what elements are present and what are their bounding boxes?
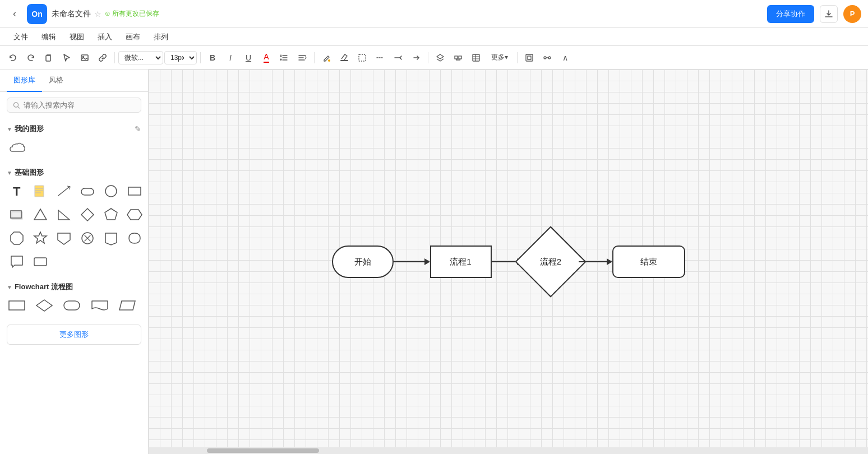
fc-rect[interactable] bbox=[7, 295, 27, 316]
stroke-color-button[interactable] bbox=[336, 49, 353, 66]
node-start[interactable]: 开始 bbox=[332, 245, 394, 278]
connection-button[interactable] bbox=[539, 49, 556, 66]
file-title: 未命名文件 bbox=[52, 9, 91, 19]
shape-cloud[interactable] bbox=[7, 137, 27, 157]
edit-my-shapes-icon[interactable]: ✎ bbox=[135, 124, 141, 133]
menu-file[interactable]: 文件 bbox=[8, 30, 34, 44]
more-button[interactable]: 更多▾ bbox=[486, 49, 514, 66]
shape-shield[interactable] bbox=[54, 228, 74, 248]
arrow-end-button[interactable] bbox=[408, 49, 424, 66]
search-input-wrap[interactable] bbox=[7, 98, 141, 113]
basic-shapes-grid: T bbox=[7, 181, 141, 272]
tab-style[interactable]: 风格 bbox=[42, 70, 70, 92]
shape-rounded-rect-small[interactable] bbox=[77, 181, 98, 201]
shape-pentagon[interactable] bbox=[101, 205, 121, 225]
node-end-shape[interactable]: 结束 bbox=[612, 245, 685, 278]
download-button[interactable] bbox=[820, 5, 838, 23]
fc-diamond[interactable] bbox=[34, 295, 54, 316]
underline-button[interactable]: U bbox=[240, 49, 257, 66]
search-input[interactable] bbox=[24, 101, 135, 109]
node-process1[interactable]: 流程1 bbox=[430, 245, 492, 278]
fill-color-button[interactable] bbox=[318, 49, 335, 66]
table-button[interactable] bbox=[468, 49, 484, 66]
tab-shapes-library[interactable]: 图形库 bbox=[7, 70, 42, 92]
fc-parallelogram[interactable] bbox=[117, 295, 137, 316]
fc-rounded[interactable] bbox=[62, 295, 82, 316]
separator bbox=[114, 52, 115, 63]
font-selector[interactable]: 微软... bbox=[118, 51, 163, 64]
canvas-area[interactable]: 开始 流程1 bbox=[149, 70, 868, 454]
svg-point-15 bbox=[105, 186, 117, 197]
scrollbar-thumb[interactable] bbox=[207, 448, 319, 453]
shape-frame-rect[interactable] bbox=[30, 252, 50, 272]
shape-speech-bubble[interactable] bbox=[7, 252, 27, 272]
collapse-button[interactable]: ∧ bbox=[557, 49, 574, 66]
shape-rect[interactable] bbox=[124, 181, 145, 201]
border-button[interactable] bbox=[354, 49, 371, 66]
flowchart-section-header[interactable]: ▼ Flowchart 流程图 bbox=[7, 276, 141, 295]
shape-text[interactable]: T bbox=[7, 181, 27, 201]
font-color-button[interactable]: A bbox=[258, 49, 275, 66]
node-process2-shape[interactable]: 流程2 bbox=[515, 226, 586, 297]
shape-triangle[interactable] bbox=[30, 205, 50, 225]
menu-view[interactable]: 视图 bbox=[64, 30, 90, 44]
node-start-shape[interactable]: 开始 bbox=[332, 245, 394, 278]
line-height-button[interactable] bbox=[276, 49, 293, 66]
node-end[interactable]: 结束 bbox=[612, 245, 685, 278]
font-size-selector[interactable]: 13px bbox=[164, 51, 197, 64]
share-button[interactable]: 分享协作 bbox=[767, 5, 814, 23]
shape-rounded-frame[interactable] bbox=[124, 228, 145, 248]
fc-doc[interactable] bbox=[90, 295, 110, 316]
image-button[interactable] bbox=[76, 49, 93, 66]
shape-octagon[interactable] bbox=[7, 228, 27, 248]
svg-marker-24 bbox=[11, 232, 23, 244]
menu-insert[interactable]: 插入 bbox=[92, 30, 118, 44]
svg-rect-30 bbox=[9, 301, 25, 310]
dash-button[interactable] bbox=[372, 49, 389, 66]
user-avatar[interactable]: P bbox=[843, 5, 861, 23]
menu-arrange[interactable]: 排列 bbox=[148, 30, 174, 44]
svg-point-3 bbox=[328, 59, 330, 62]
my-shapes-section-header[interactable]: ▼ 我的图形 ✎ bbox=[7, 118, 141, 137]
search-icon bbox=[13, 101, 20, 109]
arrow-line-3 bbox=[579, 261, 607, 262]
align-button[interactable] bbox=[294, 49, 311, 66]
shape-star[interactable] bbox=[30, 228, 50, 248]
fit-view-button[interactable] bbox=[521, 49, 538, 66]
arrow-start-button[interactable] bbox=[390, 49, 407, 66]
shape-circle[interactable] bbox=[101, 181, 121, 201]
shape-line[interactable] bbox=[54, 181, 74, 201]
layer-button[interactable] bbox=[432, 49, 449, 66]
shape-hexagon[interactable] bbox=[124, 205, 145, 225]
shape-right-triangle[interactable] bbox=[54, 205, 74, 225]
canvas-scrollbar[interactable] bbox=[149, 447, 868, 454]
menu-canvas[interactable]: 画布 bbox=[120, 30, 146, 44]
link-button[interactable] bbox=[94, 49, 111, 66]
arrow-head-1 bbox=[424, 258, 430, 265]
svg-marker-23 bbox=[127, 210, 142, 220]
node-process2[interactable]: 流程2 bbox=[523, 234, 579, 290]
undo-button[interactable] bbox=[4, 49, 21, 66]
redo-button[interactable] bbox=[22, 49, 39, 66]
italic-button[interactable]: I bbox=[222, 49, 239, 66]
app-logo: On bbox=[27, 4, 47, 24]
shape-irregular-pentagon[interactable] bbox=[101, 228, 121, 248]
bold-button[interactable]: B bbox=[204, 49, 221, 66]
back-button[interactable]: ‹ bbox=[7, 6, 22, 22]
node-process1-shape[interactable]: 流程1 bbox=[430, 245, 492, 278]
menu-edit[interactable]: 编辑 bbox=[36, 30, 62, 44]
svg-marker-28 bbox=[105, 233, 117, 245]
shape-cross-circle[interactable] bbox=[77, 228, 98, 248]
group-button[interactable] bbox=[450, 49, 467, 66]
menubar: 文件 编辑 视图 插入 画布 排列 bbox=[0, 28, 868, 46]
shape-rect-shadow[interactable] bbox=[7, 205, 27, 225]
svg-rect-16 bbox=[128, 187, 141, 195]
clipboard-button[interactable] bbox=[40, 49, 57, 66]
shape-diamond[interactable] bbox=[77, 205, 98, 225]
basic-shapes-section-header[interactable]: ▼ 基础图形 bbox=[7, 162, 141, 181]
star-icon[interactable]: ☆ bbox=[94, 10, 101, 18]
more-shapes-button[interactable]: 更多图形 bbox=[7, 325, 141, 345]
select-button[interactable] bbox=[58, 49, 75, 66]
separator3 bbox=[314, 52, 315, 63]
shape-note[interactable] bbox=[30, 181, 50, 201]
